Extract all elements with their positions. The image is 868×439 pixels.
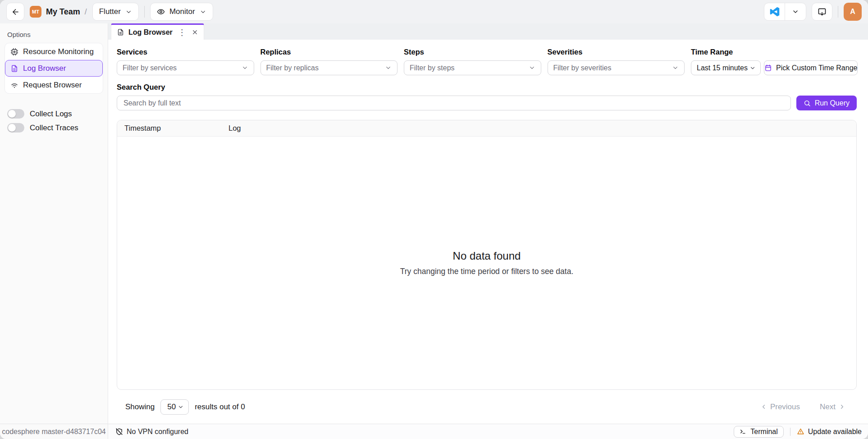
sidebar-toggles: Collect Logs Collect Traces [0, 109, 108, 133]
topbar-divider [838, 6, 838, 18]
previous-page-label: Previous [770, 402, 800, 412]
terminal-label: Terminal [750, 428, 777, 436]
severities-filter-select[interactable]: Filter by severities [548, 60, 685, 75]
app-window: MT My Team / Flutter Monitor [0, 0, 868, 439]
collect-logs-toggle[interactable]: Collect Logs [7, 109, 101, 119]
open-vscode-button[interactable] [764, 3, 785, 20]
search-icon [804, 100, 811, 107]
toggle-label: Collect Traces [30, 123, 78, 133]
sidebar-header: Options [0, 23, 108, 43]
previous-page-button[interactable]: Previous [760, 402, 800, 412]
filters-row: Services Filter by services Replicas Fil… [117, 48, 857, 75]
mode-dropdown[interactable]: Monitor [150, 3, 213, 21]
pick-custom-time-range-button[interactable]: Pick Custom Time Range [764, 60, 858, 75]
services-filter-select[interactable]: Filter by services [117, 60, 254, 75]
chevron-down-icon [672, 64, 679, 71]
chevron-right-icon [839, 403, 845, 410]
mode-dropdown-label: Monitor [169, 7, 195, 16]
services-label: Services [117, 48, 254, 56]
sidebar-item-label: Request Browser [23, 81, 82, 90]
time-range-value: Last 15 minutes [697, 64, 748, 72]
sidebar-item-log-browser[interactable]: Log Browser [5, 60, 103, 77]
run-query-label: Run Query [815, 99, 850, 107]
back-button[interactable] [6, 3, 24, 21]
sidebar-item-label: Log Browser [23, 64, 66, 73]
chevron-down-icon [385, 64, 392, 71]
search-query-label: Search Query [117, 83, 857, 91]
services-filter-placeholder: Filter by services [123, 64, 238, 72]
team-name[interactable]: My Team [46, 7, 80, 17]
chevron-down-icon [749, 65, 756, 71]
workspace-dropdown-label: Flutter [99, 7, 121, 16]
sidebar-item-label: Resource Monitoring [23, 47, 94, 56]
column-header-log: Log [228, 124, 856, 133]
log-browser-panel: Services Filter by services Replicas Fil… [108, 40, 868, 424]
tabstrip: Log Browser ⋮ [108, 23, 868, 40]
severities-filter-placeholder: Filter by severities [553, 64, 669, 72]
replicas-filter-placeholder: Filter by replicas [266, 64, 382, 72]
terminal-icon [740, 428, 747, 435]
replicas-label: Replicas [260, 48, 398, 56]
breadcrumb-separator: / [85, 7, 87, 17]
eye-icon [157, 8, 165, 16]
document-icon [10, 64, 18, 73]
chevron-down-icon [792, 8, 799, 15]
workspace-dropdown[interactable]: Flutter [92, 3, 139, 21]
column-header-timestamp: Timestamp [117, 124, 228, 133]
warning-triangle-icon [797, 428, 804, 435]
toggle-switch-off[interactable] [7, 123, 24, 133]
user-avatar[interactable]: A [844, 3, 862, 21]
chevron-down-icon [178, 404, 184, 410]
sidebar-item-request-browser[interactable]: Request Browser [5, 77, 103, 93]
update-available-label: Update available [808, 428, 862, 436]
severities-label: Severities [548, 48, 685, 56]
page-size-select[interactable]: 50 [160, 399, 189, 415]
statusbar-actions: Terminal Update available [734, 426, 868, 438]
run-query-button[interactable]: Run Query [796, 96, 857, 110]
tab-log-browser[interactable]: Log Browser ⋮ [111, 23, 204, 40]
topbar: MT My Team / Flutter Monitor [0, 0, 868, 23]
arrow-left-icon [11, 8, 20, 16]
close-icon[interactable] [192, 29, 198, 36]
collect-traces-toggle[interactable]: Collect Traces [7, 123, 101, 133]
pick-custom-time-range-label: Pick Custom Time Range [776, 64, 858, 72]
cpu-icon [10, 48, 18, 56]
results-count-label: results out of 0 [195, 402, 245, 412]
chevron-down-icon [242, 64, 248, 71]
log-results-table: Timestamp Log No data found Try changing… [117, 120, 857, 390]
statusbar: codesphere master-d483717c04 No VPN conf… [0, 424, 868, 439]
calendar-icon [764, 64, 772, 72]
sidebar-item-resource-monitoring[interactable]: Resource Monitoring [5, 43, 103, 60]
toggle-label: Collect Logs [30, 110, 72, 119]
update-available-button[interactable]: Update available [797, 428, 862, 436]
search-section: Search Query Run Query [117, 83, 857, 110]
next-page-button[interactable]: Next [820, 402, 845, 412]
external-monitor-icon [818, 7, 827, 16]
vscode-icon [770, 7, 780, 17]
shield-slash-icon [115, 428, 123, 435]
editor-options-button[interactable] [785, 3, 806, 20]
breadcrumb: MT My Team / [30, 6, 87, 18]
chevron-left-icon [760, 403, 767, 410]
table-header: Timestamp Log [117, 120, 856, 137]
open-external-button[interactable] [812, 3, 832, 21]
toggle-switch-off[interactable] [7, 109, 24, 119]
replicas-filter-select[interactable]: Filter by replicas [260, 60, 398, 75]
time-range-select[interactable]: Last 15 minutes [691, 60, 761, 75]
team-avatar: MT [30, 6, 41, 18]
time-range-label: Time Range [691, 48, 857, 56]
terminal-button[interactable]: Terminal [734, 426, 783, 438]
chevron-down-icon [529, 64, 535, 71]
topbar-actions: A [764, 3, 862, 21]
steps-filter-select[interactable]: Filter by steps [404, 60, 541, 75]
next-page-label: Next [820, 402, 836, 412]
empty-state-subtitle: Try changing the time period or filters … [400, 267, 574, 276]
vpn-status: No VPN configured [108, 428, 188, 436]
page-size-value: 50 [167, 402, 176, 412]
chevron-down-icon [200, 9, 206, 15]
steps-label: Steps [404, 48, 541, 56]
search-input[interactable] [117, 96, 791, 110]
tab-menu-icon[interactable]: ⋮ [177, 27, 187, 37]
tab-title: Log Browser [128, 28, 173, 37]
editor-launch-split-button [764, 3, 806, 21]
